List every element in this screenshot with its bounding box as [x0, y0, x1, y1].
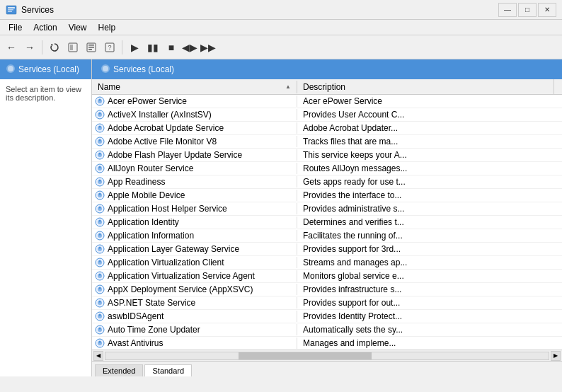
table-row[interactable]: Acer ePower ServiceAcer ePower Service: [92, 95, 562, 108]
skip-button[interactable]: ▶▶: [200, 39, 217, 56]
close-button[interactable]: ✕: [538, 3, 556, 17]
right-panel-icon: [101, 64, 110, 76]
row-description: Streams and manages ap...: [297, 257, 562, 268]
row-description: Gets apps ready for use t...: [297, 176, 562, 188]
table-row[interactable]: AppX Deployment Service (AppXSVC)Provide…: [92, 283, 562, 296]
svg-point-40: [99, 193, 101, 195]
table-row[interactable]: ASP.NET State ServiceProvides support fo…: [92, 296, 562, 310]
menu-help[interactable]: Help: [93, 21, 122, 34]
restart-button[interactable]: ◀▶: [181, 39, 198, 56]
menu-view[interactable]: View: [63, 21, 93, 34]
row-name: AllJoyn Router Service: [92, 163, 297, 174]
row-description: Tracks files that are ma...: [297, 136, 562, 147]
help-button[interactable]: ?: [101, 39, 118, 56]
table-row[interactable]: Application Virtualization ClientStreams…: [92, 256, 562, 270]
maximize-button[interactable]: □: [518, 3, 537, 17]
row-name: Application Identity: [92, 217, 297, 228]
table-row[interactable]: App ReadinessGets apps ready for use t..…: [92, 175, 562, 189]
scroll-right-button[interactable]: ▶: [551, 351, 561, 361]
forward-button[interactable]: →: [21, 39, 38, 56]
row-name-text: ActiveX Installer (AxInstSV): [108, 110, 212, 120]
show-hide-button[interactable]: [64, 39, 81, 56]
table-row[interactable]: aswbIDSAgentProvides Identity Protect...: [92, 310, 562, 323]
svg-point-19: [99, 99, 101, 101]
svg-rect-3: [8, 11, 12, 12]
svg-rect-2: [8, 9, 13, 11]
row-name: Adobe Flash Player Update Service: [92, 149, 297, 161]
table-row[interactable]: Adobe Flash Player Update ServiceThis se…: [92, 149, 562, 162]
service-icon: [95, 110, 105, 120]
service-icon: [95, 137, 105, 146]
row-name: Adobe Active File Monitor V8: [92, 136, 297, 147]
table-body[interactable]: Acer ePower ServiceAcer ePower Service A…: [92, 95, 562, 350]
play-button[interactable]: ▶: [126, 39, 143, 56]
scroll-left-button[interactable]: ◀: [93, 351, 103, 361]
right-panel-title: Services (Local): [113, 64, 174, 74]
table-row[interactable]: Adobe Acrobat Update ServiceAdobe Acroba…: [92, 122, 562, 135]
minimize-button[interactable]: —: [498, 3, 517, 17]
svg-rect-1: [8, 7, 15, 8]
svg-point-22: [99, 113, 101, 115]
svg-point-31: [99, 153, 101, 155]
title-bar: Services — □ ✕: [0, 0, 562, 20]
svg-text:?: ?: [108, 44, 111, 51]
horizontal-scrollbar[interactable]: ◀ ▶: [92, 350, 562, 361]
service-icon: [95, 96, 105, 106]
row-name-text: ASP.NET State Service: [108, 298, 195, 308]
service-icon: [95, 123, 105, 133]
svg-point-37: [99, 180, 101, 182]
service-icon: [95, 177, 105, 187]
table-row[interactable]: Avast AntivirusManages and impleme...: [92, 337, 562, 350]
row-name-text: App Readiness: [108, 177, 165, 187]
row-name-text: aswbIDSAgent: [108, 311, 164, 321]
menu-action[interactable]: Action: [28, 21, 62, 34]
table-row[interactable]: Application IdentityDetermines and verif…: [92, 216, 562, 229]
row-name-text: Application Host Helper Service: [108, 204, 227, 214]
svg-point-58: [99, 274, 101, 276]
row-name-text: Application Information: [108, 231, 194, 241]
svg-point-16: [103, 66, 108, 71]
row-name-text: Application Virtualization Service Agent: [108, 271, 255, 281]
service-icon: [95, 204, 105, 214]
right-panel-header: Services (Local): [92, 59, 562, 79]
table-row[interactable]: Application InformationFacilitates the r…: [92, 229, 562, 243]
table-row[interactable]: Adobe Active File Monitor V8Tracks files…: [92, 135, 562, 149]
tab-extended[interactable]: Extended: [95, 364, 143, 376]
row-name: aswbIDSAgent: [92, 311, 297, 322]
row-name-text: Adobe Flash Player Update Service: [108, 150, 242, 160]
table-row[interactable]: Auto Time Zone UpdaterAutomatically sets…: [92, 323, 562, 337]
service-icon: [95, 311, 105, 321]
pause-button[interactable]: ▮▮: [144, 39, 161, 56]
service-icon: [95, 231, 105, 241]
service-icon: [95, 163, 105, 173]
stop-button[interactable]: ■: [163, 39, 180, 56]
row-name: Apple Mobile Device: [92, 190, 297, 201]
tab-standard[interactable]: Standard: [144, 364, 192, 376]
service-icon: [95, 258, 105, 267]
table-row[interactable]: Apple Mobile DeviceProvides the interfac…: [92, 189, 562, 202]
row-name-text: AllJoyn Router Service: [108, 163, 193, 173]
scroll-track[interactable]: [105, 352, 549, 360]
service-icon: [95, 271, 105, 281]
table-row[interactable]: Application Layer Gateway ServiceProvide…: [92, 243, 562, 256]
app-icon: [6, 4, 17, 16]
col-header-description[interactable]: Description: [297, 81, 554, 93]
back-button[interactable]: ←: [3, 39, 20, 56]
row-name-text: Auto Time Zone Updater: [108, 325, 200, 335]
left-panel-title: Services (Local): [18, 64, 79, 74]
row-name-text: Adobe Active File Monitor V8: [108, 137, 217, 146]
properties-button[interactable]: [83, 39, 100, 56]
row-name: AppX Deployment Service (AppXSVC): [92, 284, 297, 295]
table-row[interactable]: ActiveX Installer (AxInstSV)Provides Use…: [92, 108, 562, 122]
left-panel-icon: [6, 64, 16, 76]
scroll-thumb[interactable]: [239, 352, 372, 359]
col-desc-label: Description: [303, 82, 345, 92]
table-row[interactable]: AllJoyn Router ServiceRoutes AllJoyn mes…: [92, 162, 562, 175]
row-description: This service keeps your A...: [297, 149, 562, 161]
service-icon: [95, 284, 105, 294]
col-header-name[interactable]: Name ▲: [92, 81, 297, 93]
menu-file[interactable]: File: [3, 21, 28, 34]
refresh-button[interactable]: [46, 39, 63, 56]
table-row[interactable]: Application Host Helper ServiceProvides …: [92, 202, 562, 216]
table-row[interactable]: Application Virtualization Service Agent…: [92, 270, 562, 283]
